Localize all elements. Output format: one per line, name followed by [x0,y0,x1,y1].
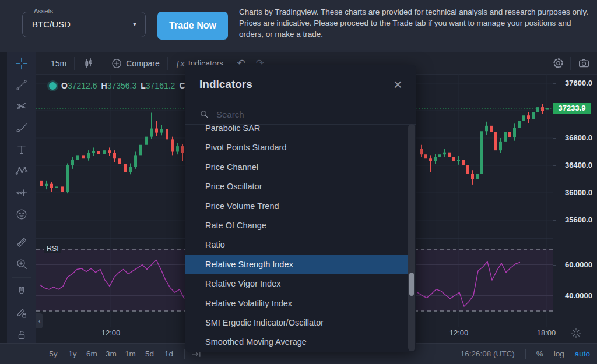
rsi-pane-label: RSI [44,245,61,253]
indicator-item[interactable]: Relative Volatility Index [185,294,408,313]
time-axis-label: 12:00 [101,328,121,337]
series-dot-icon[interactable] [49,82,57,90]
tool-crosshair-icon[interactable] [7,52,36,74]
tool-projection-icon[interactable] [7,182,36,203]
modal-title: Indicators [199,78,252,91]
tool-emoji-icon[interactable] [7,203,36,225]
top-header: Assets BTC/USD ▼ Trade Now Charts by Tra… [0,0,597,52]
close-letter: C [179,81,185,90]
current-price-badge: 37233.9 [553,103,591,114]
scrollbar-track[interactable] [408,124,415,351]
indicator-item[interactable]: Price Volume Trend [185,197,408,216]
drawing-toolbar [7,52,36,344]
chevron-down-icon: ▼ [132,12,138,37]
indicator-item[interactable]: Ratio [185,235,408,255]
indicator-item[interactable]: Parabolic SAR [185,124,408,138]
toolbar-divider [12,228,31,228]
bottom-separator [525,349,526,359]
tool-xabcd-pattern-icon[interactable] [7,160,36,182]
bottom-separator [184,349,185,359]
indicator-search-input[interactable] [215,109,402,120]
indicator-item[interactable]: SMI Ergodic Indicator/Oscillator [185,313,408,333]
range-1d[interactable]: 1d [159,349,178,358]
price-axis[interactable]: 37600.036800.036400.036000.035600.060.00… [553,52,597,344]
log-scale-button[interactable]: log [554,349,564,358]
indicator-item[interactable]: Price Oscillator [185,177,408,196]
axis-tick [553,265,556,266]
asset-selector-value: BTC/USD [32,12,71,37]
tool-zoom-in-icon[interactable] [7,253,36,274]
close-icon[interactable]: × [394,79,402,90]
collapse-sidebar-handle[interactable]: ‹ [36,313,43,328]
price-axis-label: 36800.0 [565,133,592,142]
indicator-item[interactable]: Rate Of Change [185,216,408,235]
tool-ruler-icon[interactable] [7,231,36,253]
axis-tick [553,220,556,221]
indicator-item[interactable]: Relative Vigor Index [185,274,408,294]
disclaimer-text: Charts by Tradingview. These charts are … [239,6,592,40]
low-letter: L [141,81,146,90]
indicator-item[interactable]: Relative Strength Index [185,255,408,274]
range-5d[interactable]: 5d [140,349,159,358]
tool-drawing-lock-icon[interactable] [7,302,36,324]
modal-header: Indicators × [185,65,416,104]
range-6m[interactable]: 6m [82,349,101,358]
indicator-item[interactable]: Pivot Points Standard [185,138,408,157]
range-1y[interactable]: 1y [63,349,82,358]
range-group: 5y1y6m3m1m5d1d [0,349,178,358]
indicator-list: Parabolic SARPivot Points StandardPrice … [185,124,416,352]
range-3m[interactable]: 3m [101,349,121,358]
indicator-item[interactable]: Smoothed Moving Average [185,333,408,352]
trade-now-button[interactable]: Trade Now [157,12,228,40]
open-value: 37212.6 [68,81,97,90]
open-letter: O [61,81,68,90]
axis-tick [553,165,556,166]
axis-tick [553,296,556,296]
high-letter: H [101,81,107,90]
price-axis-label: 37600.0 [565,79,592,87]
price-axis-label: 36400.0 [565,161,592,169]
low-value: 37161.2 [146,81,175,90]
range-5y[interactable]: 5y [44,349,63,358]
axis-tick [553,83,556,84]
axis-tick [553,193,556,193]
indicator-item[interactable]: Price Channel [185,158,408,177]
price-axis-label: 36000.0 [565,188,592,197]
price-axis-label: 60.0000 [565,260,592,269]
percent-scale-button[interactable]: % [536,349,543,358]
trading-app: Assets BTC/USD ▼ Trade Now Charts by Tra… [0,0,597,364]
timezone-sun-icon[interactable] [569,326,583,342]
indicators-modal: Indicators × Parabolic SARPivot Points S… [185,65,416,352]
search-bar[interactable] [185,104,416,125]
ohlc-legend: O37212.6H37356.3L37161.2C [49,81,185,90]
tool-multi-line-icon[interactable] [7,96,36,117]
toolbar-divider [12,277,31,278]
search-icon [199,109,209,119]
auto-scale-button[interactable]: auto [575,349,590,358]
tool-magnet-icon[interactable] [7,281,36,302]
price-axis-label: 35600.0 [565,215,592,224]
high-value: 37356.3 [107,81,137,90]
tool-brush-icon[interactable] [7,117,36,139]
time-axis-label: 12:00 [449,328,469,337]
scrollbar-thumb[interactable] [409,273,414,296]
price-axis-label: 40.0000 [565,291,592,300]
clock[interactable]: 16:26:08 (UTC) [461,349,515,358]
tool-trend-line-icon[interactable] [7,74,36,96]
range-1m[interactable]: 1m [121,349,140,358]
asset-selector[interactable]: Assets BTC/USD ▼ [22,12,146,37]
axis-tick [553,138,556,139]
tool-unlock-icon[interactable] [7,324,36,344]
tool-text-icon[interactable] [7,139,36,160]
